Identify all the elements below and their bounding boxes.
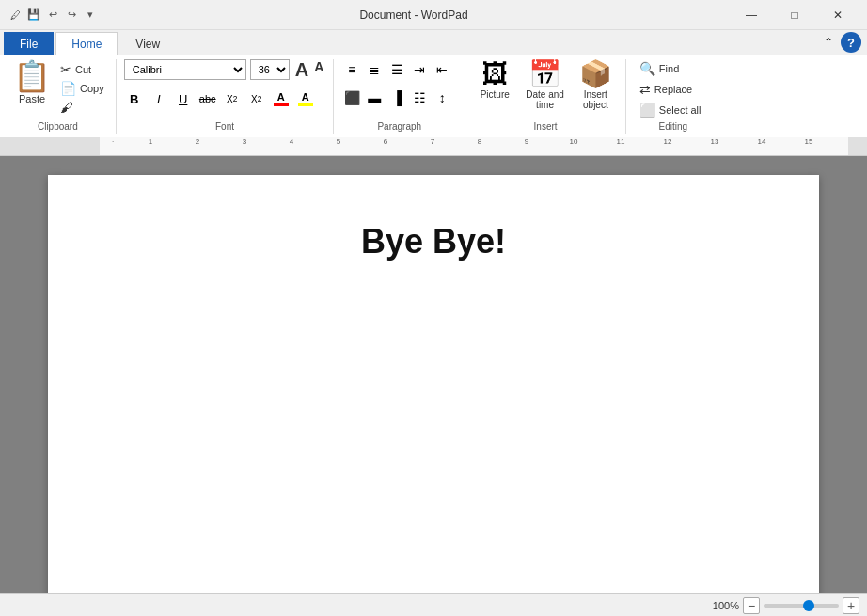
insert-group: 🖼 Picture 📅 Date andtime 📦 Insertobject	[465, 59, 626, 134]
customize-icon[interactable]: ▾	[83, 8, 98, 23]
list-unordered-button[interactable]: ≡	[341, 59, 362, 80]
maximize-button[interactable]: □	[773, 0, 816, 30]
undo-icon[interactable]: ↩	[45, 8, 60, 23]
editing-label: Editing	[634, 119, 713, 134]
titlebar-icons: 🖊 💾 ↩ ↪ ▾	[8, 8, 98, 23]
zoom-in-button[interactable]: +	[843, 597, 859, 614]
insert-object-label: Insertobject	[583, 89, 608, 110]
strikethrough-button[interactable]: abc	[197, 88, 218, 109]
app-wrapper: 🖊 💾 ↩ ↪ ▾ Document - WordPad — □ ✕ File …	[0, 0, 867, 616]
list-ordered-button[interactable]: ≣	[364, 59, 385, 80]
grow-font-button[interactable]: A	[293, 59, 310, 81]
font-color-button[interactable]: A	[271, 88, 292, 109]
font-row2: B I U abc X2 X2 A A	[124, 88, 316, 109]
collapse-ribbon-button[interactable]: ⌃	[818, 32, 839, 53]
titlebar: 🖊 💾 ↩ ↪ ▾ Document - WordPad — □ ✕	[0, 0, 867, 30]
clipboard-small-buttons: ✂ Cut 📄 Copy 🖌	[56, 61, 108, 116]
insert-buttons: 🖼 Picture 📅 Date andtime 📦 Insertobject	[473, 59, 618, 112]
select-all-button[interactable]: ⬜ Select all	[634, 101, 707, 119]
app-icon: 🖊	[8, 8, 23, 23]
editing-buttons: 🔍 Find ⇄ Replace ⬜ Select all	[634, 59, 707, 119]
font-size-buttons: A A	[293, 59, 326, 81]
find-icon: 🔍	[639, 61, 655, 76]
font-content: Calibri 36 A A B I U ab	[124, 59, 326, 119]
ruler-marker-4: 4	[290, 137, 293, 146]
cut-icon: ✂	[60, 62, 71, 77]
highlight-button[interactable]: A	[295, 88, 316, 109]
close-button[interactable]: ✕	[816, 0, 859, 30]
redo-icon[interactable]: ↪	[64, 8, 79, 23]
font-color-bar	[274, 103, 289, 106]
help-button[interactable]: ?	[841, 32, 861, 53]
ruler: · 1 2 3 4 5 6 7 8 9 10 11 12 13 14 15	[0, 137, 867, 156]
tab-file[interactable]: File	[4, 32, 54, 55]
ruler-marker-0: ·	[112, 137, 114, 146]
paragraph-group: ≡ ≣ ☰ ⇥ ⇤ ⬛ ▬ ▐ ☷ ↕ Paragraph	[334, 59, 465, 134]
ruler-marker-5: 5	[337, 137, 340, 146]
insert-object-button[interactable]: 📦 Insertobject	[574, 59, 618, 112]
picture-icon: 🖼	[481, 61, 508, 87]
replace-button[interactable]: ⇄ Replace	[634, 80, 707, 99]
align-right-button[interactable]: ▐	[386, 87, 407, 108]
titlebar-controls: — □ ✕	[730, 0, 859, 30]
font-size-select[interactable]: 36	[250, 59, 290, 80]
ruler-marker-12: 12	[664, 137, 672, 146]
ribbon-area: File Home View ⌃ ? 📋 Paste	[0, 30, 867, 137]
insert-content: 🖼 Picture 📅 Date andtime 📦 Insertobject	[473, 59, 618, 119]
indent-increase-button[interactable]: ⇥	[409, 59, 430, 80]
align-justify-button[interactable]: ☷	[409, 87, 430, 108]
zoom-thumb	[803, 600, 814, 611]
line-spacing-button[interactable]: ↕	[432, 87, 452, 108]
para-row2: ⬛ ▬ ▐ ☷ ↕	[341, 87, 452, 108]
document-area[interactable]: Bye Bye!	[0, 156, 867, 593]
editing-group: 🔍 Find ⇄ Replace ⬜ Select all Editin	[626, 59, 720, 134]
format-painter-icon: 🖌	[60, 100, 73, 115]
tab-strip: File Home View ⌃ ?	[0, 30, 867, 55]
ruler-marker-14: 14	[758, 137, 766, 146]
datetime-button[interactable]: 📅 Date andtime	[520, 59, 570, 112]
format-painter-button[interactable]: 🖌	[56, 99, 108, 116]
datetime-icon: 📅	[528, 61, 561, 87]
tab-view[interactable]: View	[119, 32, 176, 55]
copy-label: Copy	[80, 83, 104, 94]
font-family-select[interactable]: Calibri	[124, 59, 246, 80]
picture-button[interactable]: 🖼 Picture	[473, 59, 516, 112]
ruler-marker-6: 6	[384, 137, 387, 146]
paste-label: Paste	[19, 93, 45, 104]
copy-button[interactable]: 📄 Copy	[56, 80, 108, 97]
select-all-label: Select all	[659, 104, 701, 116]
ruler-marker-11: 11	[617, 137, 625, 146]
datetime-label: Date andtime	[526, 89, 564, 110]
titlebar-title: Document - WordPad	[98, 8, 730, 22]
highlight-label: A	[302, 91, 309, 103]
tab-home[interactable]: Home	[55, 32, 118, 55]
italic-button[interactable]: I	[149, 88, 169, 109]
cut-label: Cut	[75, 64, 91, 75]
find-button[interactable]: 🔍 Find	[634, 59, 707, 78]
ruler-marker-9: 9	[525, 137, 528, 146]
underline-button[interactable]: U	[173, 88, 194, 109]
highlight-color-bar	[298, 103, 313, 106]
subscript-button[interactable]: X2	[222, 88, 243, 109]
copy-icon: 📄	[60, 81, 76, 96]
zoom-out-button[interactable]: −	[743, 597, 760, 614]
cut-button[interactable]: ✂ Cut	[56, 61, 108, 78]
paste-button[interactable]: 📋 Paste	[8, 59, 56, 106]
list-indent-button[interactable]: ☰	[386, 59, 407, 80]
document-content[interactable]: Bye Bye!	[104, 222, 763, 261]
insert-label: Insert	[473, 119, 618, 134]
align-center-button[interactable]: ▬	[364, 87, 385, 108]
indent-decrease-button[interactable]: ⇤	[432, 59, 452, 80]
bold-button[interactable]: B	[124, 88, 145, 109]
zoom-slider[interactable]	[764, 604, 839, 608]
font-label: Font	[124, 119, 326, 134]
ruler-marker-2: 2	[196, 137, 199, 146]
superscript-button[interactable]: X2	[246, 88, 267, 109]
document-page: Bye Bye!	[48, 175, 819, 593]
font-row1: Calibri 36 A A	[124, 59, 326, 81]
minimize-button[interactable]: —	[730, 0, 773, 30]
find-label: Find	[659, 63, 679, 74]
save-icon[interactable]: 💾	[26, 8, 41, 23]
shrink-font-button[interactable]: A	[312, 59, 325, 81]
align-left-button[interactable]: ⬛	[341, 87, 362, 108]
